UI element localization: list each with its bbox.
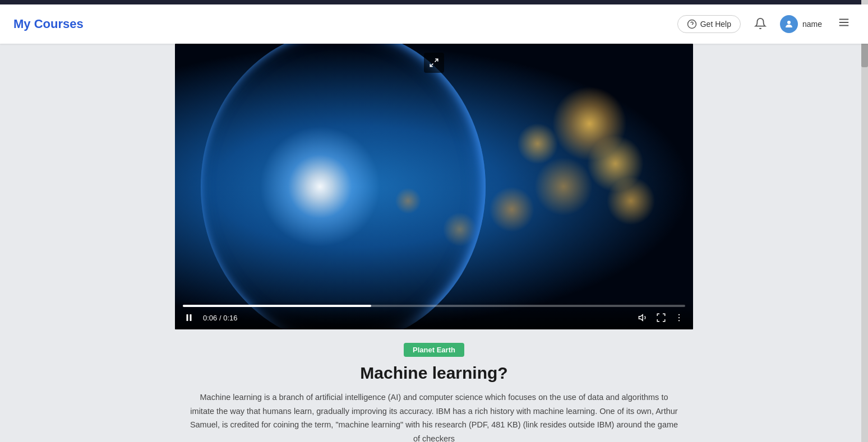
more-icon: [674, 313, 684, 323]
svg-point-2: [787, 21, 791, 24]
progress-fill: [183, 305, 371, 307]
video-wrapper: 0:06 / 0:16: [175, 44, 693, 329]
video-frame: [175, 44, 693, 329]
nav-header: My Courses Get Help name: [0, 4, 868, 44]
get-help-label: Get Help: [700, 20, 731, 29]
notifications-button[interactable]: [752, 15, 769, 34]
help-icon: [687, 19, 697, 29]
svg-rect-8: [187, 314, 188, 321]
controls-row: 0:06 / 0:16: [183, 311, 685, 324]
volume-button[interactable]: [637, 311, 649, 324]
avatar: [780, 15, 798, 33]
nav-right-section: Get Help name: [677, 14, 855, 34]
video-controls: 0:06 / 0:16: [175, 300, 693, 329]
progress-bar[interactable]: [183, 305, 685, 307]
menu-icon: [838, 16, 850, 29]
svg-point-11: [678, 314, 680, 315]
scrollbar[interactable]: [861, 0, 868, 442]
get-help-button[interactable]: Get Help: [677, 15, 741, 33]
pause-button[interactable]: [183, 311, 195, 324]
bell-icon: [754, 17, 767, 30]
user-profile[interactable]: name: [780, 15, 822, 33]
section-description: Machine learning is a branch of artifici…: [187, 390, 681, 442]
section-title: Machine learning?: [360, 364, 507, 383]
controls-right: [637, 311, 685, 324]
svg-marker-10: [639, 315, 643, 321]
fullscreen-icon: [656, 313, 666, 323]
user-name: name: [802, 20, 822, 29]
fullscreen-button[interactable]: [655, 311, 667, 324]
tag-badge: Planet Earth: [404, 343, 464, 357]
time-current: 0:06: [203, 314, 217, 322]
time-display: 0:06 / 0:16: [203, 314, 237, 322]
expand-icon: [429, 58, 439, 68]
time-total: 0:16: [223, 314, 237, 322]
expand-button[interactable]: [424, 53, 444, 73]
user-avatar-icon: [784, 19, 794, 29]
pause-icon: [184, 313, 194, 323]
svg-point-12: [678, 317, 680, 318]
content-section: Planet Earth Machine learning? Machine l…: [175, 329, 693, 442]
browser-bar: [0, 0, 868, 4]
main-content: 0:06 / 0:16: [0, 44, 868, 442]
svg-point-13: [678, 320, 680, 321]
hamburger-button[interactable]: [833, 14, 855, 34]
svg-rect-9: [190, 314, 192, 321]
volume-icon: [638, 313, 648, 323]
video-player[interactable]: 0:06 / 0:16: [175, 44, 693, 329]
more-options-button[interactable]: [673, 311, 685, 324]
logo-link[interactable]: My Courses: [13, 17, 84, 31]
controls-left: 0:06 / 0:16: [183, 311, 237, 324]
